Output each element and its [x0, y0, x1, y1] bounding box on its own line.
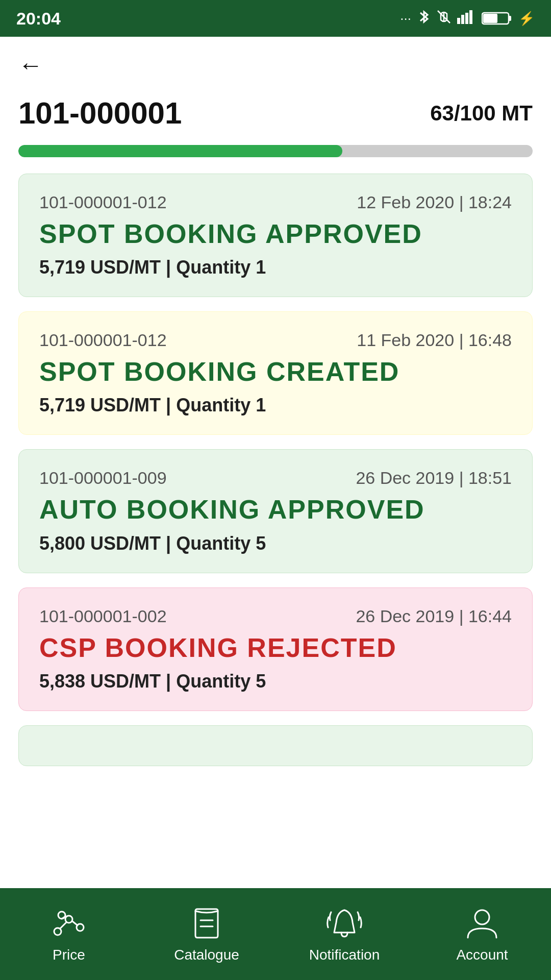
nav-item-price[interactable]: Price: [0, 888, 138, 980]
cards-container: 101-000001-012 12 Feb 2020 | 18:24 SPOT …: [0, 161, 551, 888]
booking-card-1[interactable]: 101-000001-012 12 Feb 2020 | 18:24 SPOT …: [18, 174, 533, 297]
bottom-nav: Price Catalogue: [0, 888, 551, 980]
progress-bar-container: [18, 145, 533, 157]
svg-line-14: [72, 921, 78, 925]
svg-point-18: [475, 910, 489, 924]
card-details-4: 5,838 USD/MT | Quantity 5: [39, 671, 512, 692]
booking-card-3[interactable]: 101-000001-009 26 Dec 2019 | 18:51 AUTO …: [18, 449, 533, 573]
nav-label-notification: Notification: [309, 947, 380, 963]
mute-icon: [437, 10, 451, 28]
card-booking-id-3: 101-000001-009: [39, 468, 167, 488]
account-icon: [464, 905, 500, 942]
progress-bar-fill: [18, 145, 342, 157]
card-meta-2: 101-000001-012 11 Feb 2020 | 16:48: [39, 330, 512, 350]
nav-item-notification[interactable]: Notification: [276, 888, 413, 980]
signal-icon: [457, 10, 475, 28]
card-details-2: 5,719 USD/MT | Quantity 1: [39, 395, 512, 416]
card-datetime-4: 26 Dec 2019 | 16:44: [356, 606, 512, 626]
card-status-1: SPOT BOOKING APPROVED: [39, 219, 512, 249]
status-icons: ··· 50: [400, 9, 535, 29]
battery-icon: 50: [482, 11, 512, 26]
partial-card[interactable]: [18, 725, 533, 766]
nav-label-account: Account: [456, 947, 508, 963]
bluetooth-icon: [417, 9, 431, 29]
order-id: 101-000001: [18, 95, 182, 131]
nav-item-catalogue[interactable]: Catalogue: [138, 888, 276, 980]
svg-line-13: [60, 922, 66, 928]
card-status-2: SPOT BOOKING CREATED: [39, 357, 512, 386]
charging-icon: ⚡: [518, 11, 535, 27]
booking-card-2[interactable]: 101-000001-012 11 Feb 2020 | 16:48 SPOT …: [18, 311, 533, 435]
notification-icon: [326, 905, 363, 942]
svg-rect-3: [465, 13, 468, 24]
dots-icon: ···: [400, 11, 411, 27]
svg-rect-4: [469, 10, 472, 24]
top-nav: ←: [0, 37, 551, 85]
nav-label-price: Price: [53, 947, 85, 963]
page-header: 101-000001 63/100 MT: [0, 85, 551, 145]
card-booking-id-2: 101-000001-012: [39, 330, 167, 350]
card-booking-id-1: 101-000001-012: [39, 192, 167, 212]
card-status-3: AUTO BOOKING APPROVED: [39, 495, 512, 524]
catalogue-icon: [188, 905, 225, 942]
card-datetime-2: 11 Feb 2020 | 16:48: [357, 330, 512, 350]
card-datetime-3: 26 Dec 2019 | 18:51: [356, 468, 512, 488]
capacity-text: 63/100 MT: [430, 101, 533, 126]
nav-label-catalogue: Catalogue: [174, 947, 239, 963]
card-meta-1: 101-000001-012 12 Feb 2020 | 18:24: [39, 192, 512, 212]
card-booking-id-4: 101-000001-002: [39, 606, 167, 626]
card-details-1: 5,719 USD/MT | Quantity 1: [39, 257, 512, 278]
card-status-4: CSP BOOKING REJECTED: [39, 633, 512, 663]
card-meta-3: 101-000001-009 26 Dec 2019 | 18:51: [39, 468, 512, 488]
svg-rect-1: [457, 18, 460, 24]
price-icon: [51, 905, 87, 942]
nav-item-account[interactable]: Account: [413, 888, 551, 980]
status-bar: 20:04 ··· 5: [0, 0, 551, 37]
card-datetime-1: 12 Feb 2020 | 18:24: [357, 192, 512, 212]
svg-rect-2: [461, 15, 464, 24]
back-button[interactable]: ←: [18, 51, 43, 79]
booking-card-4[interactable]: 101-000001-002 26 Dec 2019 | 16:44 CSP B…: [18, 587, 533, 711]
status-time: 20:04: [16, 9, 61, 29]
card-meta-4: 101-000001-002 26 Dec 2019 | 16:44: [39, 606, 512, 626]
svg-rect-6: [509, 16, 511, 21]
svg-text:50: 50: [488, 15, 495, 22]
card-details-3: 5,800 USD/MT | Quantity 5: [39, 533, 512, 554]
